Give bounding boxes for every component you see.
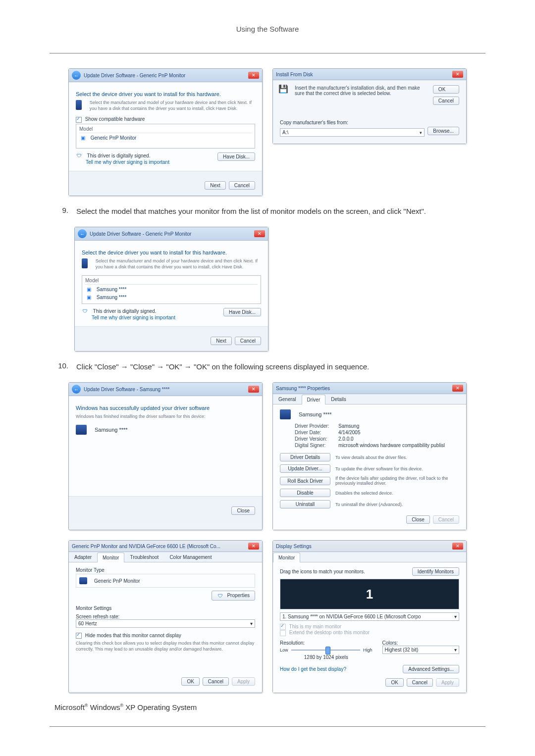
list-item[interactable]: ▣ Samsung **** (85, 286, 258, 294)
next-button[interactable]: Next (211, 337, 232, 345)
update-driver-button[interactable]: Update Driver... (280, 464, 330, 473)
close-icon[interactable]: ✕ (452, 543, 463, 550)
rollback-driver-button[interactable]: Roll Back Driver (280, 477, 330, 485)
cancel-button[interactable]: Cancel (407, 678, 433, 687)
show-compatible-checkbox[interactable] (76, 117, 82, 123)
list-item[interactable]: ▣ Samsung **** (85, 294, 258, 302)
refresh-rate-select[interactable]: 60 Hertz ▾ (76, 619, 255, 628)
colors-select[interactable]: Highest (32 bit) ▾ (382, 646, 459, 654)
tab-troubleshoot[interactable]: Troubleshoot (124, 552, 164, 562)
dialog-title: Update Driver Software - Generic PnP Mon… (84, 73, 185, 78)
colors-label: Colors: (382, 640, 459, 646)
model-listbox[interactable]: Model ▣ Samsung **** ▣ Samsung **** (82, 275, 261, 304)
tab-monitor[interactable]: Monitor (97, 553, 124, 562)
cancel-button: Cancel (433, 515, 459, 524)
os-footnote: Microsoft® Windows® XP Operating System (54, 703, 485, 711)
install-instruction: Insert the manufacturer's installation d… (295, 85, 428, 96)
close-icon[interactable]: ✕ (248, 386, 259, 393)
dialog-subtext: Select the manufacturer and model of you… (96, 258, 261, 270)
ok-button[interactable]: OK (385, 678, 403, 687)
monitor-number: 1 (366, 587, 373, 602)
dialog-title: Install From Disk (276, 72, 313, 77)
monitor-item-icon: ▣ (85, 286, 92, 293)
close-icon[interactable]: ✕ (248, 543, 259, 550)
tab-details[interactable]: Details (325, 394, 352, 404)
cancel-button[interactable]: Cancel (229, 181, 255, 190)
drag-instruction: Drag the icons to match your monitors. (280, 569, 365, 574)
close-button[interactable]: Close (406, 515, 430, 524)
apply-button: Apply (436, 678, 459, 687)
monitor-type-value: Generic PnP Monitor (94, 578, 140, 584)
list-item[interactable]: ▣ Generic PnP Monitor (79, 134, 252, 142)
next-button[interactable]: Next (205, 181, 226, 190)
have-disk-button[interactable]: Have Disk... (217, 152, 255, 161)
dialog-title: Samsung **** Properties (276, 386, 330, 391)
monitor-item-icon: ▣ (79, 135, 86, 142)
dialog-title: Display Settings (276, 544, 312, 549)
show-compatible-label: Show compatible hardware (85, 116, 145, 122)
monitor-preview[interactable]: 1 (280, 579, 459, 609)
cancel-button[interactable]: Cancel (203, 677, 229, 686)
step-text: Click "Close" → "Close" → "OK" → "OK" on… (76, 361, 485, 373)
step-number: 9. (54, 206, 68, 217)
dialog-title: Generic PnP Monitor and NVIDIA GeForce 6… (72, 544, 220, 549)
properties-button[interactable]: 🛡Properties (212, 591, 255, 601)
monitor-icon (76, 425, 87, 435)
ok-button[interactable]: OK (433, 85, 459, 94)
dialog-heading: Select the device driver you want to ins… (82, 250, 261, 255)
close-icon[interactable]: ✕ (452, 71, 463, 78)
uninstall-button[interactable]: Uninstall (280, 500, 330, 508)
model-listbox[interactable]: Model ▣ Generic PnP Monitor (76, 124, 255, 149)
signed-label: This driver is digitally signed. (87, 152, 151, 158)
disable-button[interactable]: Disable (280, 489, 330, 497)
browse-button[interactable]: Browse... (428, 127, 459, 135)
copy-from-combo[interactable]: A:\ ▾ (280, 128, 425, 137)
ok-button[interactable]: OK (181, 677, 199, 686)
refresh-rate-label: Screen refresh rate: (76, 614, 255, 619)
shield-icon: 🛡 (217, 592, 224, 599)
back-icon[interactable]: ← (78, 229, 87, 238)
back-icon[interactable]: ← (72, 385, 81, 394)
shield-icon: 🛡 (76, 152, 83, 159)
tab-adapter[interactable]: Adapter (69, 552, 97, 562)
dialog-update-driver-generic: ← Update Driver Software - Generic PnP M… (68, 68, 263, 196)
device-name: Samsung **** (299, 411, 332, 417)
monitor-type-label: Monitor Type (76, 567, 255, 573)
header-rule (50, 53, 485, 53)
tab-monitor[interactable]: Monitor (273, 553, 300, 562)
tab-general[interactable]: General (273, 394, 302, 404)
dialog-update-driver-models: ← Update Driver Software - Generic PnP M… (74, 227, 268, 351)
have-disk-button[interactable]: Have Disk... (223, 308, 261, 316)
close-icon[interactable]: ✕ (452, 385, 463, 392)
main-monitor-checkbox (280, 624, 286, 630)
chevron-down-icon: ▾ (250, 621, 253, 626)
listbox-header: Model (79, 126, 252, 133)
page-header: Using the Software (50, 25, 485, 33)
tab-driver[interactable]: Driver (302, 395, 326, 404)
hide-modes-note: Clearing this check box allows you to se… (76, 641, 255, 652)
tab-color-management[interactable]: Color Management (164, 552, 217, 562)
best-display-link[interactable]: How do I get the best display? (280, 666, 346, 672)
identify-monitors-button[interactable]: Identify Monitors (412, 567, 459, 576)
back-icon[interactable]: ← (72, 71, 81, 80)
advanced-settings-button[interactable]: Advanced Settings... (403, 665, 459, 673)
resolution-slider[interactable]: Low High (280, 648, 373, 653)
dialog-subtext: Windows has finished installing the driv… (76, 414, 255, 420)
extend-desktop-checkbox (280, 630, 286, 636)
driver-details-button[interactable]: Driver Details (280, 453, 330, 461)
close-icon[interactable]: ✕ (248, 72, 259, 79)
slider-thumb[interactable] (325, 647, 330, 655)
dialog-monitor-properties: Generic PnP Monitor and NVIDIA GeForce 6… (68, 540, 263, 693)
copy-from-label: Copy manufacturer's files from: (280, 120, 459, 125)
monitor-icon (79, 577, 87, 584)
why-signing-link[interactable]: Tell me why driver signing is important (92, 315, 175, 320)
close-icon[interactable]: ✕ (254, 230, 265, 237)
why-signing-link[interactable]: Tell me why driver signing is important (86, 159, 169, 165)
device-name: Samsung **** (95, 427, 128, 433)
monitor-select[interactable]: 1. Samsung **** on NVIDIA GeForce 6600 L… (280, 612, 459, 621)
close-button[interactable]: Close (231, 506, 255, 515)
hide-modes-checkbox[interactable] (76, 633, 82, 639)
cancel-button[interactable]: Cancel (433, 97, 459, 105)
hide-modes-label: Hide modes that this monitor cannot disp… (85, 633, 181, 638)
cancel-button[interactable]: Cancel (235, 337, 261, 345)
